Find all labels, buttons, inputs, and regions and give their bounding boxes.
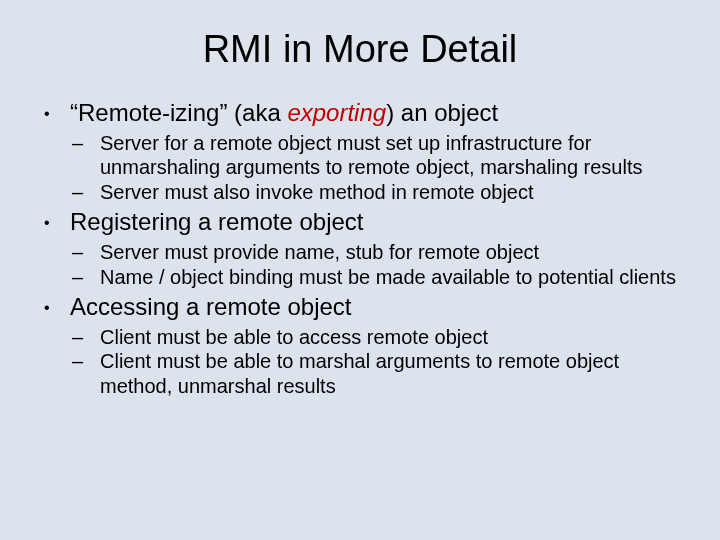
sub-list: – Server for a remote object must set up… xyxy=(40,131,680,204)
sub-text: Server must also invoke method in remote… xyxy=(100,180,680,204)
dash-icon: – xyxy=(40,349,100,373)
sub-text: Client must be able to marshal arguments… xyxy=(100,349,680,398)
sub-text: Name / object binding must be made avail… xyxy=(100,265,680,289)
bullet-text: Accessing a remote object xyxy=(70,293,680,321)
sub-item: – Client must be able to marshal argumen… xyxy=(40,349,680,398)
sub-item: – Server must provide name, stub for rem… xyxy=(40,240,680,264)
sub-item: – Client must be able to access remote o… xyxy=(40,325,680,349)
dash-icon: – xyxy=(40,265,100,289)
sub-item: – Server for a remote object must set up… xyxy=(40,131,680,180)
sub-item: – Server must also invoke method in remo… xyxy=(40,180,680,204)
sub-list: – Client must be able to access remote o… xyxy=(40,325,680,398)
bullet-dot-icon: • xyxy=(40,99,70,129)
slide-title: RMI in More Detail xyxy=(40,28,680,71)
bullet-accessing: • Accessing a remote object – Client mus… xyxy=(40,293,680,398)
bullet-registering: • Registering a remote object – Server m… xyxy=(40,208,680,289)
text-prefix: “Remote-izing” (aka xyxy=(70,99,287,126)
bullet-remoteizing: • “Remote-izing” (aka exporting) an obje… xyxy=(40,99,680,204)
bullet-text: “Remote-izing” (aka exporting) an object xyxy=(70,99,680,127)
dash-icon: – xyxy=(40,325,100,349)
content-list: • “Remote-izing” (aka exporting) an obje… xyxy=(40,99,680,398)
dash-icon: – xyxy=(40,131,100,155)
dash-icon: – xyxy=(40,240,100,264)
sub-list: – Server must provide name, stub for rem… xyxy=(40,240,680,289)
bullet-text: Registering a remote object xyxy=(70,208,680,236)
text-emph-exporting: exporting xyxy=(287,99,386,126)
dash-icon: – xyxy=(40,180,100,204)
text-suffix: ) an object xyxy=(386,99,498,126)
bullet-dot-icon: • xyxy=(40,293,70,323)
sub-text: Server for a remote object must set up i… xyxy=(100,131,680,180)
sub-text: Client must be able to access remote obj… xyxy=(100,325,680,349)
sub-item: – Name / object binding must be made ava… xyxy=(40,265,680,289)
sub-text: Server must provide name, stub for remot… xyxy=(100,240,680,264)
bullet-dot-icon: • xyxy=(40,208,70,238)
